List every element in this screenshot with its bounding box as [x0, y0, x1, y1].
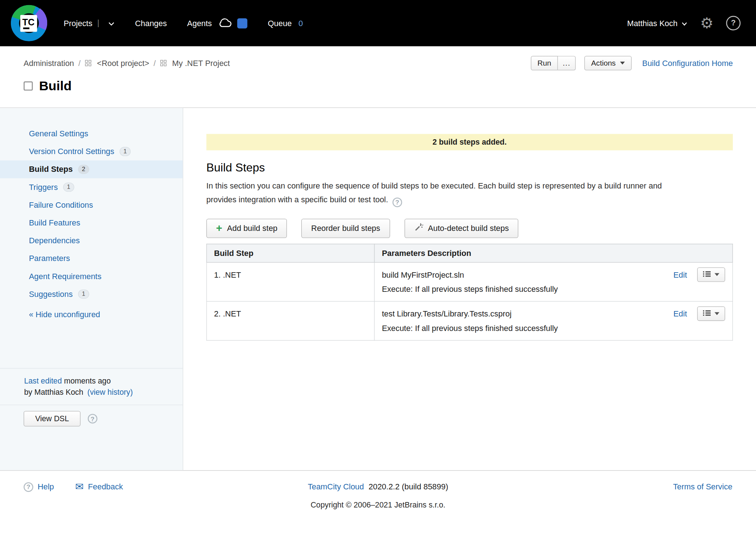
build-config-pause-checkbox-icon[interactable]	[24, 82, 33, 91]
caret-down-icon	[620, 62, 625, 65]
step-menu-button[interactable]	[697, 267, 725, 282]
count-badge: 2	[78, 165, 89, 174]
project-grid-icon	[85, 60, 92, 67]
content: General Settings Version Control Setting…	[0, 108, 756, 470]
teamcity-app: TC Projects | Changes Agents	[0, 0, 756, 551]
nav-queue-label: Queue	[268, 18, 292, 28]
edit-step-link[interactable]: Edit	[673, 267, 687, 282]
step-execute-policy: Execute: If all previous steps finished …	[382, 321, 664, 335]
section-heading: Build Steps	[206, 161, 733, 174]
step-command: build MyFirstProject.sln	[382, 267, 664, 282]
auto-detect-label: Auto-detect build steps	[428, 224, 509, 233]
chevron-down-icon	[681, 18, 687, 28]
sidebar-item-label: Build Steps	[29, 165, 73, 174]
settings-sidebar: General Settings Version Control Setting…	[0, 108, 183, 470]
edited-by: by Matthias Koch	[24, 388, 83, 396]
build-configuration-home-link[interactable]: Build Configuration Home	[642, 58, 733, 67]
nav-agents-label: Agents	[187, 18, 212, 28]
sidebar-item-build-steps[interactable]: Build Steps 2	[0, 161, 183, 178]
list-icon	[703, 309, 711, 318]
build-steps-table: Build Step Parameters Description 1. .NE…	[206, 244, 733, 340]
step-command: test Library.Tests/Library.Tests.csproj	[382, 306, 664, 321]
sidebar-item-dependencies[interactable]: Dependencies	[0, 232, 183, 249]
sidebar-item-label: Failure Conditions	[29, 200, 93, 210]
sidebar-item-suggestions[interactable]: Suggestions 1	[0, 285, 183, 303]
sidebar-item-build-features[interactable]: Build Features	[0, 214, 183, 232]
nav-changes[interactable]: Changes	[135, 18, 167, 28]
nav-projects[interactable]: Projects |	[63, 18, 115, 28]
sidebar-item-parameters[interactable]: Parameters	[0, 249, 183, 267]
sidebar-item-failure-conditions[interactable]: Failure Conditions	[0, 196, 183, 214]
table-row: 2. .NET test Library.Tests/Library.Tests…	[207, 301, 733, 340]
nav-queue[interactable]: Queue 0	[268, 18, 303, 28]
queue-count: 0	[299, 18, 303, 28]
help-icon[interactable]: ?	[726, 16, 741, 30]
footer-version: TeamCity Cloud 2020.2.2 (build 85899)	[24, 482, 732, 491]
step-parameters: test Library.Tests/Library.Tests.csproj …	[382, 306, 664, 335]
page-title: Build	[39, 79, 72, 94]
breadcrumb-separator: /	[153, 58, 156, 67]
footer: ? Help ✉ Feedback TeamCity Cloud 2020.2.…	[0, 470, 756, 551]
list-icon	[703, 270, 711, 279]
copyright-text: Copyright © 2006–2021 JetBrains s.r.o.	[24, 501, 732, 509]
breadcrumb-root-project[interactable]: <Root project>	[97, 58, 149, 67]
hide-unconfigured-link[interactable]: « Hide unconfigured	[0, 310, 183, 319]
sidebar-item-general-settings[interactable]: General Settings	[0, 125, 183, 142]
agents-count-badge	[238, 18, 248, 28]
build-step-actions: + Add build step Reorder build steps Aut…	[206, 219, 733, 238]
sidebar-item-version-control-settings[interactable]: Version Control Settings 1	[0, 142, 183, 160]
sidebar-item-label: Build Features	[29, 218, 80, 227]
nav-changes-label: Changes	[135, 18, 167, 28]
column-header-parameters-description: Parameters Description	[374, 244, 733, 262]
user-name: Matthias Koch	[627, 18, 678, 28]
project-grid-icon	[160, 60, 167, 67]
step-name-cell: 1. .NET	[207, 262, 375, 301]
breadcrumb: Administration / <Root project> / My	[24, 58, 230, 67]
sidebar-item-triggers[interactable]: Triggers 1	[0, 178, 183, 196]
count-badge: 1	[120, 147, 131, 156]
run-button[interactable]: Run	[531, 56, 558, 70]
main-panel: 2 build steps added. Build Steps In this…	[183, 108, 756, 470]
dsl-help-icon[interactable]: ?	[88, 414, 98, 424]
auto-detect-build-steps-button[interactable]: Auto-detect build steps	[404, 219, 518, 238]
sidebar-item-label: Triggers	[29, 183, 58, 192]
actions-button[interactable]: Actions	[584, 56, 632, 70]
main-nav: Projects | Changes Agents Queue	[63, 17, 303, 30]
last-edited-suffix: moments ago	[64, 377, 111, 385]
sidebar-item-label: Version Control Settings	[29, 147, 114, 156]
toolbar: Run ... Actions Build Configuration Home	[531, 56, 733, 70]
edit-step-link[interactable]: Edit	[673, 306, 687, 321]
cloud-icon	[218, 17, 233, 30]
last-edited-block: Last edited moments ago by Matthias Koch…	[0, 368, 183, 405]
build-steps-help-icon[interactable]: ?	[393, 197, 402, 207]
view-history-link[interactable]: (view history)	[87, 388, 133, 396]
gear-icon[interactable]: ⚙	[700, 16, 714, 30]
user-menu[interactable]: Matthias Koch	[627, 18, 688, 28]
step-execute-policy: Execute: If all previous steps finished …	[382, 282, 664, 296]
view-dsl-row: View DSL ?	[0, 405, 183, 470]
reorder-build-steps-button[interactable]: Reorder build steps	[301, 219, 390, 238]
breadcrumb-administration[interactable]: Administration	[24, 58, 74, 67]
nav-agents[interactable]: Agents	[187, 17, 248, 30]
last-edited-link[interactable]: Last edited	[24, 377, 62, 385]
count-badge: 1	[78, 290, 89, 299]
run-button-group: Run ...	[531, 56, 576, 70]
sidebar-item-agent-requirements[interactable]: Agent Requirements	[0, 268, 183, 285]
section-description: In this section you can configure the se…	[206, 179, 669, 207]
add-build-step-label: Add build step	[227, 224, 278, 233]
page-header: Administration / <Root project> / My	[0, 46, 756, 108]
svg-text:TC: TC	[22, 17, 35, 27]
sidebar-item-label: Agent Requirements	[29, 272, 102, 281]
caret-down-icon	[715, 312, 719, 315]
step-menu-button[interactable]	[697, 306, 725, 321]
teamcity-cloud-link[interactable]: TeamCity Cloud	[308, 482, 364, 491]
success-banner: 2 build steps added.	[206, 134, 733, 150]
nav-divider: |	[97, 18, 99, 28]
teamcity-logo-icon[interactable]: TC	[11, 5, 47, 41]
view-dsl-button[interactable]: View DSL	[24, 411, 81, 427]
run-more-button[interactable]: ...	[558, 56, 576, 70]
version-text: 2020.2.2 (build 85899)	[369, 482, 448, 491]
caret-down-icon	[715, 273, 719, 276]
description-text: In this section you can configure the se…	[206, 181, 662, 204]
add-build-step-button[interactable]: + Add build step	[206, 219, 287, 238]
